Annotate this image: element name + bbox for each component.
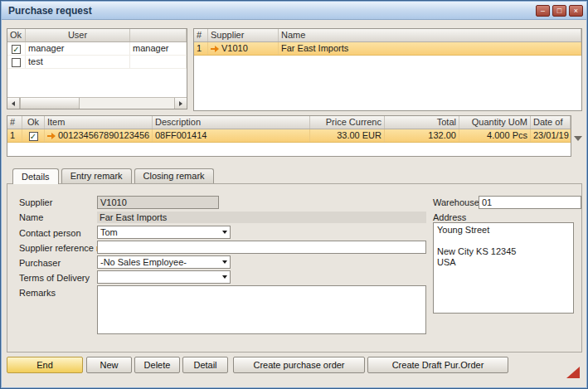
tab-entry-remark[interactable]: Entry remark bbox=[61, 168, 132, 183]
warehouse-label: Warehouse bbox=[433, 197, 479, 208]
items-col-num[interactable]: # bbox=[7, 116, 22, 129]
scroll-down-icon[interactable] bbox=[574, 136, 582, 141]
user-extra-cell[interactable]: manager bbox=[130, 42, 187, 55]
tab-details[interactable]: Details bbox=[12, 168, 59, 184]
warehouse-input[interactable] bbox=[479, 196, 581, 209]
suppliers-col-supplier[interactable]: Supplier bbox=[208, 29, 279, 41]
user-ok-checkbox[interactable] bbox=[7, 56, 26, 68]
checkbox-unchecked[interactable] bbox=[12, 58, 21, 67]
chevron-down-icon bbox=[222, 260, 227, 264]
terms-of-delivery-label: Terms of Delivery bbox=[19, 273, 90, 284]
item-total-cell[interactable]: 132.00 bbox=[385, 129, 459, 142]
create-purchase-order-button[interactable]: Create purchase order bbox=[233, 357, 365, 373]
user-name-cell[interactable]: manager bbox=[26, 42, 130, 55]
table-row[interactable]: ✓ manager manager bbox=[7, 42, 187, 56]
purchase-request-window: Purchase request – □ × Ok User ✓ manager… bbox=[0, 0, 588, 389]
items-col-price[interactable]: Price Currenc bbox=[310, 116, 385, 129]
supplier-reference-input[interactable] bbox=[97, 241, 426, 254]
table-row[interactable]: test bbox=[7, 56, 187, 69]
users-table-header: Ok User bbox=[7, 29, 187, 42]
titlebar: Purchase request – □ × bbox=[2, 2, 586, 20]
supplier-row-num[interactable]: 1 bbox=[194, 42, 208, 55]
scrollbar-thumb[interactable] bbox=[20, 98, 80, 109]
items-col-total[interactable]: Total bbox=[385, 116, 459, 129]
item-date-cell[interactable]: 23/01/19 bbox=[531, 129, 571, 142]
table-row[interactable]: 1 V1010 Far East Imports bbox=[194, 42, 581, 56]
name-field: Far East Imports bbox=[97, 212, 426, 223]
items-col-date[interactable]: Date of bbox=[531, 116, 571, 129]
minimize-icon[interactable]: – bbox=[536, 5, 550, 17]
item-price-cell[interactable]: 33.00 EUR bbox=[310, 129, 385, 142]
button-bar: End New Delete Detail Create purchase or… bbox=[7, 357, 508, 373]
supplier-reference-label: Supplier reference nu bbox=[19, 243, 106, 254]
item-row-num[interactable]: 1 bbox=[7, 129, 22, 142]
link-arrow-icon[interactable] bbox=[47, 133, 56, 139]
contact-person-label: Contact person bbox=[19, 228, 81, 239]
users-col-user[interactable]: User bbox=[26, 29, 130, 41]
items-col-ok[interactable]: Ok bbox=[22, 116, 45, 129]
items-table-header: # Ok Item Description Price Currenc Tota… bbox=[7, 116, 571, 129]
user-ok-checkbox[interactable]: ✓ bbox=[7, 42, 26, 55]
items-table: # Ok Item Description Price Currenc Tota… bbox=[7, 115, 571, 157]
link-arrow-icon[interactable] bbox=[211, 46, 219, 52]
red-corner-arrow-icon[interactable] bbox=[566, 367, 580, 378]
purchaser-select[interactable]: -No Sales Employee- bbox=[97, 255, 231, 269]
user-extra-cell[interactable] bbox=[130, 56, 187, 68]
close-icon[interactable]: × bbox=[569, 5, 583, 17]
purchaser-label: Purchaser bbox=[19, 258, 61, 269]
maximize-icon[interactable]: □ bbox=[552, 5, 566, 17]
remarks-label: Remarks bbox=[19, 288, 56, 299]
supplier-name-cell[interactable]: Far East Imports bbox=[279, 42, 581, 55]
items-col-quantity[interactable]: Quantity UoM bbox=[459, 116, 531, 129]
suppliers-table: # Supplier Name 1 V1010 Far East Imports bbox=[193, 28, 582, 111]
users-col-extra[interactable] bbox=[130, 29, 187, 41]
end-button[interactable]: End bbox=[7, 357, 83, 373]
chevron-down-icon bbox=[222, 275, 227, 279]
detail-button[interactable]: Detail bbox=[182, 357, 228, 373]
scroll-right-icon[interactable] bbox=[174, 98, 187, 109]
tab-closing-remark[interactable]: Closing remark bbox=[134, 168, 214, 183]
create-draft-pur-order-button[interactable]: Create Draft Pur.Order bbox=[367, 357, 508, 373]
users-table: Ok User ✓ manager manager test bbox=[7, 28, 187, 109]
address-textarea[interactable]: Young Street New City KS 12345 USA bbox=[433, 222, 574, 314]
item-quantity-cell[interactable]: 4.000 Pcs bbox=[459, 129, 531, 142]
details-form: Supplier V1010 Name Far East Imports Con… bbox=[7, 183, 582, 353]
item-ok-checkbox[interactable]: ✓ bbox=[22, 129, 45, 142]
users-col-ok[interactable]: Ok bbox=[7, 29, 26, 41]
contact-person-select[interactable]: Tom bbox=[97, 226, 231, 239]
suppliers-col-name[interactable]: Name bbox=[279, 29, 581, 41]
item-description-cell[interactable]: 08FF001414 bbox=[153, 129, 310, 142]
chevron-down-icon bbox=[222, 231, 227, 234]
horizontal-scrollbar[interactable] bbox=[7, 97, 187, 109]
name-label: Name bbox=[19, 212, 43, 223]
check-icon[interactable]: ✓ bbox=[12, 45, 21, 54]
window-controls: – □ × bbox=[533, 5, 583, 17]
supplier-field[interactable]: V1010 bbox=[97, 196, 219, 209]
supplier-label: Supplier bbox=[19, 197, 52, 208]
delete-button[interactable]: Delete bbox=[134, 357, 180, 373]
item-code-cell[interactable]: 001234567890123456 bbox=[45, 129, 153, 142]
table-row[interactable]: 1 ✓ 001234567890123456 08FF001414 33.00 … bbox=[7, 129, 571, 143]
window-title: Purchase request bbox=[8, 5, 533, 17]
check-icon[interactable]: ✓ bbox=[29, 132, 38, 141]
items-col-item[interactable]: Item bbox=[45, 116, 153, 129]
supplier-code-cell[interactable]: V1010 bbox=[208, 42, 279, 55]
scroll-left-icon[interactable] bbox=[7, 98, 20, 109]
remarks-textarea[interactable] bbox=[97, 285, 426, 334]
suppliers-table-header: # Supplier Name bbox=[194, 29, 581, 42]
detail-tabs: Details Entry remark Closing remark bbox=[12, 168, 216, 183]
terms-of-delivery-select[interactable] bbox=[97, 270, 231, 284]
items-col-description[interactable]: Description bbox=[153, 116, 310, 129]
user-name-cell[interactable]: test bbox=[26, 56, 130, 68]
new-button[interactable]: New bbox=[86, 357, 132, 373]
suppliers-col-num[interactable]: # bbox=[194, 29, 208, 41]
